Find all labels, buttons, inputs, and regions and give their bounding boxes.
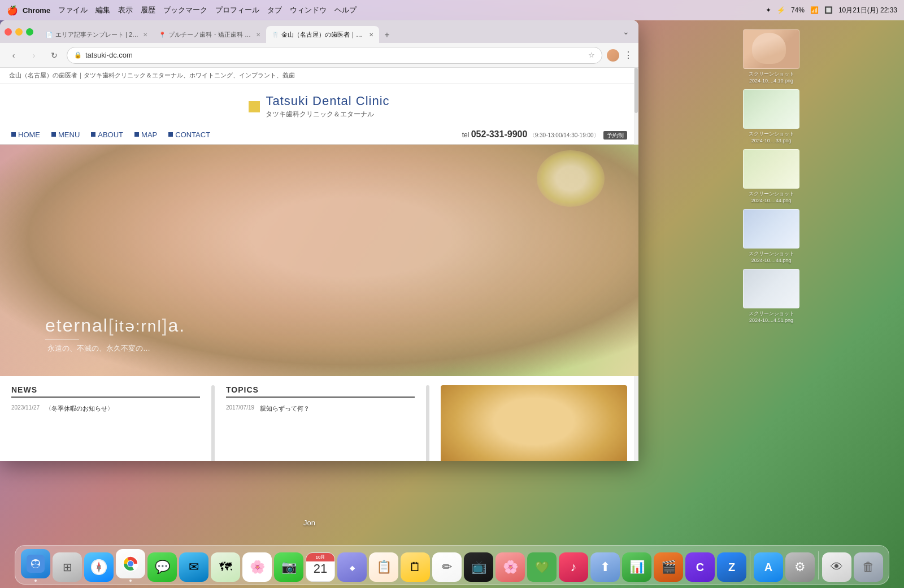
hero-phonetic: itə:rnl (115, 317, 162, 335)
dock-finder[interactable] (21, 549, 50, 582)
dock-flowpoint[interactable]: 🌸 (496, 552, 525, 582)
nav-menu-label: MENU (58, 130, 80, 139)
maximize-button[interactable] (26, 28, 33, 36)
dock-calendar[interactable]: 10月 21 (306, 552, 335, 582)
dock-siri[interactable]: ⬥ (337, 552, 367, 582)
menubar-view[interactable]: 表示 (118, 5, 133, 15)
thumb-label-5: スクリーンショット2024-10....4.51.png (749, 310, 794, 323)
nav-map[interactable]: MAP (134, 130, 157, 139)
dock-mail[interactable]: ✉ (179, 552, 208, 582)
thumb-group-4[interactable]: スクリーンショット2024-10....44.png (743, 209, 799, 263)
hero-bracket-close: ] (162, 315, 168, 336)
dock-numbers[interactable]: 📊 (622, 552, 651, 582)
clinic-photo (441, 385, 627, 461)
menubar-history[interactable]: 履歴 (141, 5, 155, 15)
thumbnail-5[interactable] (743, 269, 799, 308)
nav-menu[interactable]: MENU (51, 130, 80, 139)
menubar-profile[interactable]: プロフィール (215, 5, 259, 15)
dock-settings[interactable]: ⚙ (785, 552, 815, 582)
facetime-icon: 📷 (274, 552, 303, 582)
menubar-file[interactable]: ファイル (58, 5, 88, 15)
url-text: tatsuki-dc.com (85, 51, 585, 59)
dock-appstore[interactable]: A (754, 552, 783, 582)
nav-about[interactable]: ABOUT (91, 130, 123, 139)
nav-contact[interactable]: CONTACT (168, 130, 210, 139)
tab-1[interactable]: 📄 エリア記事テンプレート | 2024... ✕ (40, 26, 153, 43)
topics-date-1: 2017/07/19 (226, 404, 254, 411)
dock-canva[interactable]: C (685, 552, 715, 582)
transloader-icon: ⬆ (590, 552, 620, 582)
wifi-icon[interactable]: 📶 (810, 6, 819, 14)
calendar-month: 10月 (306, 553, 334, 561)
menubar-bookmarks[interactable]: ブックマーク (163, 5, 207, 15)
siri-icon: ⬥ (337, 552, 367, 582)
thumb-group-5[interactable]: スクリーンショット2024-10....4.51.png (743, 269, 799, 323)
menubar-app-name[interactable]: Chrome (23, 6, 50, 15)
forward-button[interactable]: › (26, 47, 42, 63)
notes-icon: 🗒 (401, 552, 430, 582)
tab-3-close[interactable]: ✕ (369, 32, 373, 38)
thumb-portrait-face (752, 33, 786, 64)
menubar-edit[interactable]: 編集 (95, 5, 110, 15)
tab-2-close[interactable]: ✕ (256, 32, 260, 38)
thumbnail-4[interactable] (743, 209, 799, 249)
dock-freeform[interactable]: ✏ (432, 552, 462, 582)
news-item-1: 2023/11/27 〈冬季休暇のお知らせ〉 (11, 402, 200, 415)
dock-notes[interactable]: 🗒 (401, 552, 430, 582)
spotlight-icon[interactable]: ✦ (766, 6, 771, 14)
thumb-group-2[interactable]: スクリーンショット2024-10....33.png (743, 89, 799, 143)
thumb-group-1[interactable]: スクリーンショット2024-10....4.10.png (743, 29, 799, 84)
clinic-name-ja: タツキ歯科クリニック＆エターナル (266, 110, 374, 119)
numbers-icon: 📊 (622, 552, 651, 582)
dock-keynote[interactable]: 🎬 (654, 552, 683, 582)
thumbnail-3[interactable] (743, 149, 799, 189)
dock-line[interactable]: 💚 (527, 552, 557, 582)
reload-button[interactable]: ↻ (46, 47, 62, 63)
thumb-label-1: スクリーンショット2024-10....4.10.png (749, 71, 794, 84)
tel-number: 052-331-9900 (471, 129, 528, 139)
bluetooth-icon[interactable]: ⚡ (777, 6, 785, 14)
tab-3[interactable]: 🦷 金山（名古屋）の歯医者｜タツキ... ✕ (266, 26, 379, 43)
thumb-label-2: スクリーンショット2024-10....33.png (749, 130, 794, 143)
profile-avatar[interactable] (607, 49, 619, 62)
dock-preview[interactable]: 👁 (822, 552, 851, 582)
tab-1-close[interactable]: ✕ (143, 32, 147, 38)
battery-indicator: 74% (791, 6, 805, 14)
menubar: 🍎 Chrome ファイル 編集 表示 履歴 ブックマーク プロフィール タブ … (0, 0, 904, 20)
menubar-window[interactable]: ウィンドウ (290, 5, 327, 15)
control-center-icon[interactable]: 🔲 (824, 6, 833, 14)
menubar-tab[interactable]: タブ (267, 5, 282, 15)
close-button[interactable] (5, 28, 12, 36)
dock-music[interactable]: ♪ (559, 552, 588, 582)
dock-trash[interactable]: 🗑 (854, 552, 883, 582)
dock-photos[interactable]: 🌸 (242, 552, 272, 582)
thumbnail-2[interactable] (743, 89, 799, 129)
minimize-button[interactable] (15, 28, 23, 36)
nav-home[interactable]: HOME (11, 130, 40, 139)
scrollbar-thumb[interactable] (634, 68, 638, 113)
music-icon: ♪ (559, 552, 588, 582)
dock-launchpad[interactable]: ⊞ (53, 552, 82, 582)
chrome-menu-button[interactable]: ⋮ (624, 50, 633, 60)
tab-expand-button[interactable]: ⌄ (618, 24, 634, 40)
dock-messages[interactable]: 💬 (147, 552, 177, 582)
address-field[interactable]: 🔒 tatsuki-dc.com ☆ (67, 47, 602, 64)
dock-safari[interactable] (84, 552, 114, 582)
apple-menu-icon[interactable]: 🍎 (7, 5, 18, 16)
tab-2[interactable]: 📍 プルチーノ歯科・矯正歯科 神宮... ✕ (153, 26, 266, 43)
back-button[interactable]: ‹ (6, 47, 21, 63)
dock-apple-tv[interactable]: 📺 (464, 552, 493, 582)
dock-facetime[interactable]: 📷 (274, 552, 303, 582)
dock-maps[interactable]: 🗺 (211, 552, 240, 582)
dock-chrome[interactable] (116, 549, 145, 582)
new-tab-button[interactable]: + (379, 27, 395, 43)
dock-reminders[interactable]: 📋 (369, 552, 398, 582)
menubar-help[interactable]: ヘルプ (334, 5, 357, 15)
dock-zoom[interactable]: Z (717, 552, 746, 582)
thumb-group-3[interactable]: スクリーンショット2024-10....44.png (743, 149, 799, 203)
thumbnail-1[interactable] (743, 29, 799, 69)
dock-transloader[interactable]: ⬆ (590, 552, 620, 582)
safari-icon (84, 552, 114, 582)
bookmark-star-icon[interactable]: ☆ (588, 51, 595, 59)
clinic-name-en: Tatsuki Dental Clinic (266, 94, 389, 108)
